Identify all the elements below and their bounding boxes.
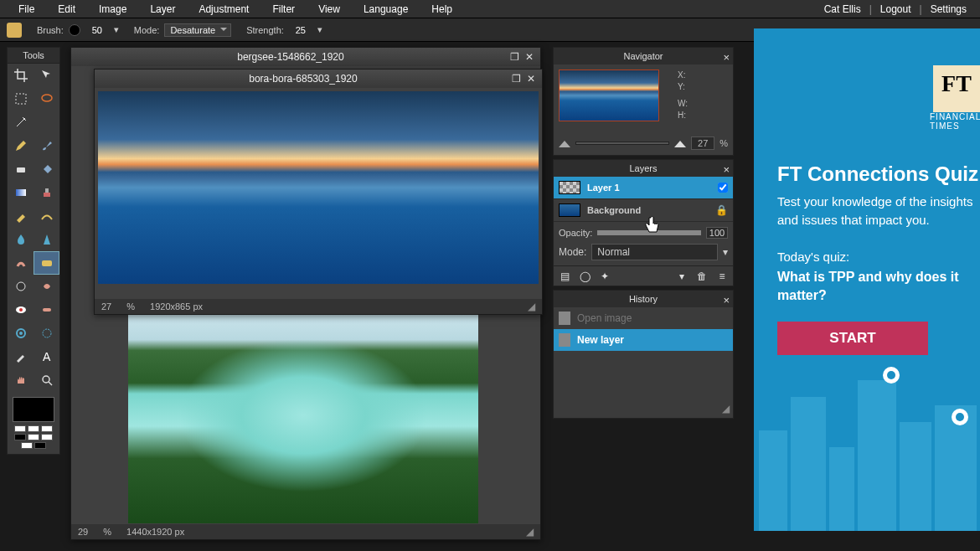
ft-ad[interactable]: FT FINANCIAL TIMES FT Connections Quiz T… xyxy=(754,28,980,531)
close-icon[interactable]: × xyxy=(723,292,730,309)
brush-swatch[interactable] xyxy=(69,24,80,36)
svg-point-16 xyxy=(43,376,49,383)
mode-select[interactable]: Desaturate xyxy=(164,23,231,37)
type-tool[interactable]: A xyxy=(34,345,59,368)
menu-file[interactable]: File xyxy=(7,0,46,18)
pinch-tool[interactable] xyxy=(34,322,59,345)
navigator-thumb[interactable] xyxy=(559,70,659,121)
doc2-title: bora-bora-685303_1920 xyxy=(100,73,507,85)
maximize-icon[interactable]: ❐ xyxy=(510,73,522,85)
zoom-in-icon[interactable] xyxy=(674,139,686,147)
brush-size-value[interactable]: 50 xyxy=(85,25,109,35)
brush-tool[interactable] xyxy=(34,134,59,157)
history-row[interactable]: Open image xyxy=(554,307,733,329)
zoom-tool[interactable] xyxy=(34,368,59,392)
wand-tool[interactable] xyxy=(8,111,34,134)
zoom-slider[interactable] xyxy=(575,142,669,145)
spot-heal-tool[interactable] xyxy=(34,298,59,322)
crop-tool[interactable] xyxy=(8,64,34,87)
foreground-color[interactable] xyxy=(13,397,54,422)
history-step-icon xyxy=(559,312,570,325)
layer-style-icon[interactable]: ✦ xyxy=(597,270,612,283)
history-step-icon xyxy=(559,333,570,347)
swatch[interactable] xyxy=(14,425,26,432)
resize-grip-icon[interactable]: ◢ xyxy=(526,526,534,538)
menu-filter[interactable]: Filter xyxy=(260,0,307,18)
mask-icon[interactable]: ◯ xyxy=(577,270,592,283)
close-icon[interactable]: × xyxy=(723,49,730,66)
clone-stamp-tool[interactable] xyxy=(34,181,59,204)
sharpen-tool[interactable] xyxy=(34,228,59,251)
swatch[interactable] xyxy=(21,442,33,449)
burn-tool[interactable] xyxy=(34,275,59,298)
layer-row[interactable]: Layer 1 xyxy=(554,177,733,199)
menu-image[interactable]: Image xyxy=(87,0,138,18)
marquee-tool[interactable] xyxy=(8,87,34,111)
menu-icon[interactable]: ≡ xyxy=(714,270,730,283)
paint-bucket-tool[interactable] xyxy=(34,157,59,181)
layer-visible-checkbox[interactable] xyxy=(718,183,728,193)
chevron-down-icon[interactable]: ▾ xyxy=(317,24,322,35)
resize-grip-icon[interactable]: ◢ xyxy=(722,403,730,415)
blur-tool[interactable] xyxy=(8,228,34,251)
dodge-tool[interactable] xyxy=(8,275,34,298)
opacity-value[interactable]: 100 xyxy=(706,227,728,239)
merge-icon[interactable]: ▾ xyxy=(674,270,689,283)
swatch[interactable] xyxy=(28,434,39,440)
gradient-tool[interactable] xyxy=(8,181,34,204)
svg-point-13 xyxy=(19,332,23,335)
bloat-tool[interactable] xyxy=(8,322,34,345)
color-picker-tool[interactable] xyxy=(8,345,34,368)
canvas[interactable] xyxy=(95,88,542,299)
lasso-tool[interactable] xyxy=(34,87,59,111)
swatch[interactable] xyxy=(28,425,39,432)
user-name[interactable]: Cat Ellis xyxy=(818,0,868,18)
swatch[interactable] xyxy=(41,425,53,432)
menu-edit[interactable]: Edit xyxy=(46,0,87,18)
trash-icon[interactable]: 🗑 xyxy=(694,270,709,283)
sponge-tool[interactable] xyxy=(34,251,59,275)
red-eye-tool[interactable] xyxy=(8,298,34,322)
pencil-tool[interactable] xyxy=(8,134,34,157)
zoom-out-icon[interactable] xyxy=(559,139,570,147)
eraser-tool[interactable] xyxy=(8,157,34,181)
swatch[interactable] xyxy=(34,442,46,449)
blend-mode-select[interactable]: Normal xyxy=(591,244,718,260)
menu-view[interactable]: View xyxy=(307,0,352,18)
svg-rect-3 xyxy=(17,167,25,173)
chevron-down-icon[interactable]: ▾ xyxy=(114,24,119,35)
swatch[interactable] xyxy=(14,434,26,440)
wand2-tool[interactable] xyxy=(34,111,59,134)
menu-adjustment[interactable]: Adjustment xyxy=(187,0,260,18)
resize-grip-icon[interactable]: ◢ xyxy=(528,301,535,312)
blend-mode-label: Mode: xyxy=(559,246,586,258)
strength-value[interactable]: 25 xyxy=(289,25,312,35)
settings-link[interactable]: Settings xyxy=(924,0,973,18)
chevron-down-icon[interactable]: ▾ xyxy=(723,246,728,258)
navigator-title: Navigator xyxy=(623,51,663,61)
smudge-tool[interactable] xyxy=(8,251,34,275)
close-icon[interactable]: ✕ xyxy=(525,73,537,85)
menu-language[interactable]: Language xyxy=(352,0,420,18)
close-icon[interactable]: ✕ xyxy=(524,51,535,63)
menu-layer[interactable]: Layer xyxy=(138,0,187,18)
logout-link[interactable]: Logout xyxy=(874,0,918,18)
new-layer-icon[interactable]: ▤ xyxy=(557,270,572,283)
history-row[interactable]: New layer xyxy=(554,329,733,351)
color-replace-tool[interactable] xyxy=(8,204,34,228)
close-icon[interactable]: × xyxy=(723,162,730,178)
document-window-bora[interactable]: bora-bora-685303_1920 ❐ ✕ 27 % 1920x865 … xyxy=(94,69,543,315)
maximize-icon[interactable]: ❐ xyxy=(508,51,520,63)
zoom-value[interactable]: 27 xyxy=(691,136,714,150)
color-box xyxy=(8,392,59,454)
move-tool[interactable] xyxy=(34,64,59,87)
strength-label: Strength: xyxy=(246,25,284,35)
menu-help[interactable]: Help xyxy=(420,0,464,18)
dimensions: 1440x1920 px xyxy=(126,527,184,537)
start-button[interactable]: START xyxy=(777,322,928,355)
layer-name: Background xyxy=(587,205,709,215)
hand-tool[interactable] xyxy=(8,368,34,392)
chevron-down-icon xyxy=(220,28,227,31)
swatch[interactable] xyxy=(41,434,53,440)
drawing-tool[interactable] xyxy=(34,204,59,228)
